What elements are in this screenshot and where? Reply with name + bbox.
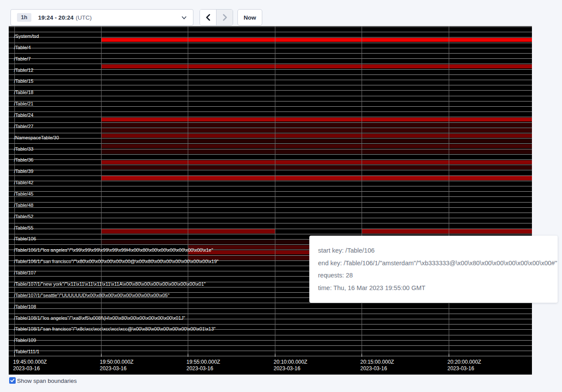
time-gridline xyxy=(188,26,188,356)
span-boundary-line xyxy=(9,314,532,314)
span-key-label: /Table/106 xyxy=(14,236,36,242)
x-axis-tick xyxy=(449,354,449,357)
span-boundary-line xyxy=(9,154,532,155)
x-axis-tick xyxy=(188,354,188,357)
span-key-label: /Table/108/1/"los angeles"/"\xa8\xf5\u00… xyxy=(14,315,185,321)
time-range-preset-badge: 1h xyxy=(17,13,31,22)
span-boundary-line xyxy=(9,96,532,96)
heat-band xyxy=(101,166,532,170)
span-boundary-line xyxy=(9,53,532,54)
now-button[interactable]: Now xyxy=(237,9,262,26)
span-boundary-line xyxy=(9,138,532,139)
span-key-label: /Table/106/1/"los angeles"/"\x99\x99\x99… xyxy=(14,247,213,253)
x-axis-tick xyxy=(275,354,275,357)
span-boundary-line xyxy=(9,351,532,351)
span-boundary-line xyxy=(9,159,532,160)
heat-band xyxy=(101,123,532,127)
span-boundary-line xyxy=(9,165,532,165)
span-boundary-line xyxy=(9,303,532,303)
span-boundary-line xyxy=(9,101,532,101)
chevron-down-icon xyxy=(181,15,187,20)
bucket-tooltip: start key: /Table/106 end key: /Table/10… xyxy=(309,236,558,303)
span-boundary-line xyxy=(9,223,532,223)
span-boundary-line xyxy=(9,143,532,144)
span-key-label: /Table/109 xyxy=(14,338,36,343)
span-boundary-line xyxy=(9,58,532,59)
span-key-label: /Table/36 xyxy=(14,157,34,163)
span-boundary-line xyxy=(9,356,532,356)
span-boundary-line xyxy=(9,128,532,128)
span-key-label: /Table/21 xyxy=(14,101,34,107)
span-key-label: /Table/33 xyxy=(14,146,34,152)
span-key-label: /Table/107/1/"new york"/"\x11\x11\x11\x1… xyxy=(14,281,206,287)
previous-interval-button[interactable] xyxy=(200,10,216,25)
span-boundary-line xyxy=(9,345,532,346)
time-gridline xyxy=(101,26,102,356)
span-boundary-line xyxy=(9,181,532,181)
span-boundary-line xyxy=(9,207,532,208)
time-range-dropdown[interactable]: 1h 19:24 - 20:24 (UTC) xyxy=(10,9,193,26)
span-boundary-line xyxy=(9,64,532,64)
span-boundary-line xyxy=(9,74,532,75)
x-axis-label: 20:20:00.000Z2023-03-16 xyxy=(447,359,481,372)
span-boundary-line xyxy=(9,176,532,176)
span-key-label: /Table/39 xyxy=(14,169,34,174)
x-axis-label: 19:50:00.000Z2023-03-16 xyxy=(100,359,133,372)
span-boundary-line xyxy=(9,191,532,192)
time-nav-group xyxy=(200,9,233,26)
time-gridline xyxy=(362,26,362,356)
show-span-boundaries-checkbox[interactable] xyxy=(9,377,16,384)
chevron-right-icon xyxy=(222,14,228,21)
span-boundary-line xyxy=(9,133,532,133)
key-visualizer-canvas[interactable]: /System/tsd/Table/4/Table/7/Table/12/Tab… xyxy=(9,26,532,375)
span-key-label: /Table/48 xyxy=(14,203,34,208)
span-boundary-line xyxy=(9,90,532,91)
heat-band xyxy=(101,38,532,42)
span-boundary-line xyxy=(9,202,532,203)
next-interval-button[interactable] xyxy=(216,10,233,25)
span-key-label: /Table/27 xyxy=(14,124,34,129)
span-boundary-line xyxy=(9,186,532,186)
span-key-label: /Table/24 xyxy=(14,112,34,118)
x-axis-label: 19:45:00.000Z2023-03-16 xyxy=(13,359,47,372)
x-axis-tick xyxy=(362,354,362,357)
tooltip-requests: requests: 28 xyxy=(318,272,549,279)
span-boundary-line xyxy=(9,117,532,117)
time-range-timezone: (UTC) xyxy=(76,14,92,21)
heat-band xyxy=(101,176,532,180)
span-boundary-line xyxy=(9,80,532,80)
span-key-label: /Table/4 xyxy=(14,45,31,51)
span-key-label: /Table/55 xyxy=(14,225,34,231)
span-boundary-line xyxy=(9,85,532,85)
span-key-label: /Table/111/1 xyxy=(14,349,39,355)
checkmark-icon xyxy=(10,378,15,383)
span-key-label: /Table/107 xyxy=(14,270,36,276)
span-boundary-line xyxy=(9,27,532,27)
show-span-boundaries-toggle: Show span boundaries xyxy=(9,377,77,385)
span-boundary-line xyxy=(9,196,532,197)
x-axis-label: 20:15:00.000Z2023-03-16 xyxy=(360,359,394,372)
span-boundary-line xyxy=(9,37,532,37)
span-boundary-line xyxy=(9,32,532,32)
span-key-label: /Table/52 xyxy=(14,214,34,220)
span-boundary-line xyxy=(9,170,532,170)
span-boundary-line xyxy=(9,324,532,324)
heat-band xyxy=(101,149,532,154)
time-range-text: 19:24 - 20:24 xyxy=(38,14,74,21)
heat-band xyxy=(101,134,532,138)
span-boundary-line xyxy=(9,149,532,149)
span-boundary-line xyxy=(9,335,532,335)
heat-band xyxy=(362,229,532,233)
tooltip-start-key: start key: /Table/106 xyxy=(318,247,549,254)
span-key-label: /Table/15 xyxy=(14,78,34,84)
time-gridline xyxy=(275,26,275,356)
tooltip-end-key: end key: /Table/106/1/"amsterdam"/"\xb33… xyxy=(318,260,549,267)
span-boundary-line xyxy=(9,213,532,213)
span-boundary-line xyxy=(9,229,532,229)
chevron-left-icon xyxy=(205,14,211,21)
span-key-label: /Table/108 xyxy=(14,304,36,310)
span-boundary-line xyxy=(9,234,532,234)
span-key-label: /Table/42 xyxy=(14,180,34,186)
span-boundary-line xyxy=(9,69,532,70)
time-gridline xyxy=(449,26,449,356)
